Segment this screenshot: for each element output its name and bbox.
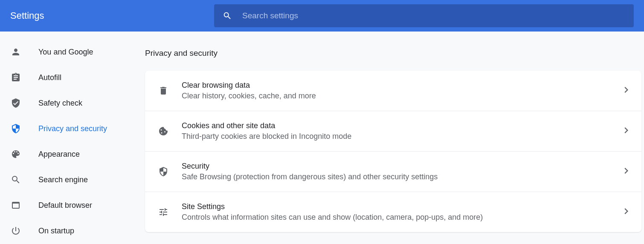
sidebar-item-privacy-security[interactable]: Privacy and security (0, 116, 145, 141)
search-box[interactable] (214, 4, 634, 27)
sidebar-item-label: Privacy and security (38, 124, 107, 133)
header: Settings (0, 0, 644, 32)
sidebar-item-default-browser[interactable]: Default browser (0, 192, 145, 218)
sidebar-item-label: Safety check (38, 99, 82, 108)
sidebar-item-label: Search engine (38, 175, 88, 184)
sidebar-item-you-and-google[interactable]: You and Google (0, 39, 145, 65)
row-security[interactable]: Security Safe Browsing (protection from … (145, 152, 641, 192)
sidebar-item-on-startup[interactable]: On startup (0, 218, 145, 244)
sidebar-item-label: On startup (38, 227, 74, 235)
power-icon (10, 226, 21, 236)
row-title: Clear browsing data (182, 81, 612, 90)
row-clear-browsing-data[interactable]: Clear browsing data Clear history, cooki… (145, 71, 641, 111)
page-title: Settings (10, 10, 214, 21)
row-desc: Controls what information sites can use … (182, 213, 612, 222)
shield-icon (158, 166, 169, 177)
chevron-right-icon (624, 127, 629, 135)
row-site-settings[interactable]: Site Settings Controls what information … (145, 192, 641, 232)
row-cookies[interactable]: Cookies and other site data Third-party … (145, 111, 641, 152)
row-title: Site Settings (182, 202, 612, 211)
sidebar-item-safety-check[interactable]: Safety check (0, 90, 145, 116)
row-desc: Safe Browsing (protection from dangerous… (182, 172, 612, 181)
search-input[interactable] (242, 11, 625, 20)
person-icon (10, 47, 21, 57)
shield-half-icon (10, 123, 21, 134)
sidebar-item-label: Appearance (38, 150, 80, 159)
browser-icon (10, 200, 21, 210)
row-title: Cookies and other site data (182, 121, 612, 130)
palette-icon (10, 149, 21, 159)
cookie-icon (158, 126, 169, 136)
chevron-right-icon (624, 168, 629, 175)
trash-icon (158, 86, 169, 96)
chevron-right-icon (624, 87, 629, 95)
sidebar-item-label: Default browser (38, 201, 92, 210)
row-desc: Third-party cookies are blocked in Incog… (182, 132, 612, 141)
sidebar-item-label: Autofill (38, 73, 61, 82)
shield-check-icon (10, 98, 21, 108)
sidebar-item-label: You and Google (38, 48, 93, 57)
row-desc: Clear history, cookies, cache, and more (182, 92, 612, 100)
clipboard-icon (10, 72, 21, 83)
sidebar-item-appearance[interactable]: Appearance (0, 141, 145, 167)
chevron-right-icon (624, 208, 629, 216)
search-icon (10, 175, 21, 185)
search-icon (223, 11, 232, 20)
sidebar-item-autofill[interactable]: Autofill (0, 65, 145, 90)
main-content: Privacy and security Clear browsing data… (145, 32, 644, 244)
row-title: Security (182, 162, 612, 171)
sidebar: You and Google Autofill Safety check Pri… (0, 32, 145, 244)
settings-card: Clear browsing data Clear history, cooki… (145, 71, 641, 232)
section-title: Privacy and security (145, 49, 644, 58)
tune-icon (158, 207, 169, 217)
sidebar-item-search-engine[interactable]: Search engine (0, 167, 145, 192)
